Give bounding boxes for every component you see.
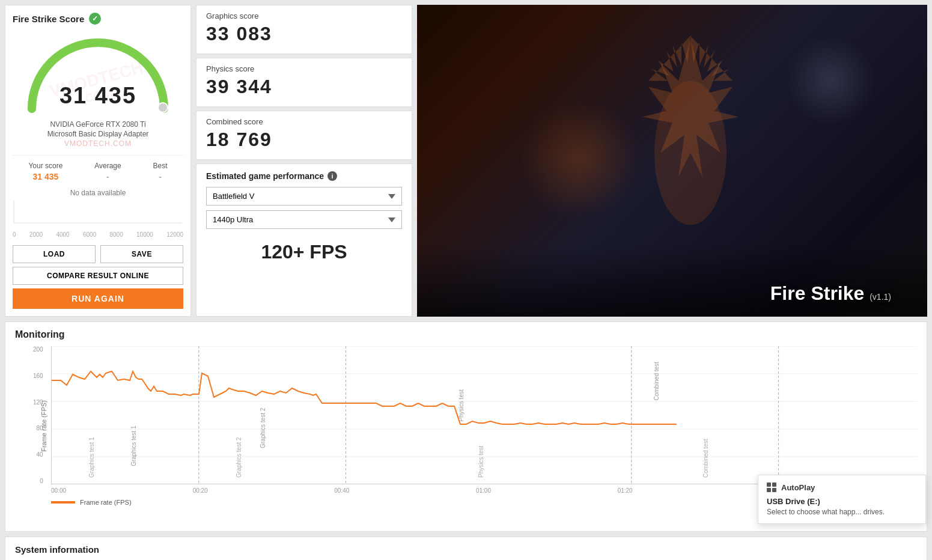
game-perf-title: Estimated game performance <box>206 171 324 181</box>
section-label-1: Graphics test 1 <box>88 437 95 478</box>
monitoring-title: Monitoring <box>15 329 917 340</box>
load-button[interactable]: LOAD <box>13 245 96 263</box>
score-comparison: Your score 31 435 Average - Best - <box>13 155 183 181</box>
graphics-score-label: Graphics score <box>206 11 402 20</box>
check-icon: ✓ <box>89 13 101 25</box>
average-score-value: - <box>106 172 109 181</box>
best-score-label: Best <box>153 162 168 170</box>
gauge-score: 31 435 <box>59 83 136 109</box>
your-score-col: Your score 31 435 <box>28 162 62 181</box>
your-score-label: Your score <box>28 162 62 170</box>
physics-score-label: Physics score <box>206 64 402 73</box>
vmodtech-watermark: VMODTECH.COM <box>64 139 132 148</box>
mini-chart <box>13 200 183 230</box>
autoplay-popup: AutoPlay USB Drive (E:) Select to choose… <box>758 475 926 524</box>
gauge-container: VMODTECH .COM 31 435 <box>20 31 176 115</box>
autoplay-title: AutoPlay <box>781 483 815 492</box>
game-performance-box: Estimated game performance i Battlefield… <box>196 163 412 317</box>
section-label-2: Graphics test 2 <box>236 437 242 478</box>
svg-text:Graphics test 1: Graphics test 1 <box>130 425 137 466</box>
game-dropdown[interactable]: Battlefield V Call of Duty: Warzone Fort… <box>206 187 402 205</box>
game-perf-header: Estimated game performance i <box>206 171 402 181</box>
right-panel: Fire Strike (v1.1) <box>417 5 927 317</box>
resolution-dropdown[interactable]: 1440p Ultra 1080p Ultra 1440p High 1080p… <box>206 210 402 229</box>
chart-svg: Graphics test 1 Graphics test 2 Physics … <box>52 346 917 484</box>
fire-strike-image: Fire Strike (v1.1) <box>417 5 927 317</box>
left-panel: Fire Strike Score ✓ VMODTECH .COM 31 435 <box>5 5 191 317</box>
info-icon[interactable]: i <box>327 171 337 181</box>
svg-text:Combined test: Combined test <box>653 362 660 401</box>
system-info-section: System information GPU #1 NVIDIA GeForce… <box>5 537 927 560</box>
combined-score-box: Combined score 18 769 <box>196 111 412 160</box>
autoplay-usb-desc: Select to choose what happ... drives. <box>767 508 917 516</box>
combined-score-label: Combined score <box>206 117 402 126</box>
chart-area: Graphics test 1 Graphics test 2 Physics … <box>51 346 917 484</box>
combined-score-value: 18 769 <box>206 129 402 151</box>
fps-display: 120+ FPS <box>206 241 402 263</box>
average-score-label: Average <box>94 162 121 170</box>
best-score-col: Best - <box>153 162 168 181</box>
panel-title: Fire Strike Score ✓ <box>13 13 101 25</box>
panel-title-text: Fire Strike Score <box>13 14 84 24</box>
graphics-score-value: 33 083 <box>206 23 402 45</box>
no-data-section: No data available 0 2000 4000 6000 8000 … <box>13 189 183 238</box>
autoplay-icon <box>767 482 776 492</box>
graphics-score-box: Graphics score 33 083 <box>196 5 412 54</box>
legend-label-fps: Frame rate (FPS) <box>80 499 132 506</box>
autoplay-usb-title[interactable]: USB Drive (E:) <box>767 497 917 506</box>
save-button[interactable]: SAVE <box>100 245 183 263</box>
moon-glow <box>786 36 876 126</box>
no-data-label: No data available <box>13 189 183 197</box>
section-label-4: Combined test <box>702 439 709 478</box>
compare-button[interactable]: COMPARE RESULT ONLINE <box>13 267 183 285</box>
banner-title-container: Fire Strike (v1.1) <box>752 282 909 305</box>
top-section: Fire Strike Score ✓ VMODTECH .COM 31 435 <box>0 0 932 321</box>
main-score: 31 435 <box>59 83 136 108</box>
gpu-label: NVIDIA GeForce RTX 2080 Ti <box>50 120 145 129</box>
svg-point-0 <box>158 103 168 112</box>
system-info-title: System information <box>15 544 917 555</box>
average-score-col: Average - <box>94 162 121 181</box>
banner-version: (v1.1) <box>870 292 891 302</box>
physics-score-box: Physics score 39 344 <box>196 58 412 107</box>
middle-panel: Graphics score 33 083 Physics score 39 3… <box>196 5 412 317</box>
glow-effect <box>519 99 639 219</box>
run-again-button[interactable]: RUN AGAIN <box>13 288 183 309</box>
section-label-3: Physics test <box>478 446 484 478</box>
best-score-value: - <box>159 172 162 181</box>
banner-title: Fire Strike (v1.1) <box>752 270 909 316</box>
svg-text:Graphics test 2: Graphics test 2 <box>260 407 266 448</box>
your-score-value: 31 435 <box>32 172 58 181</box>
btn-row: LOAD SAVE <box>13 245 183 263</box>
autoplay-header: AutoPlay <box>767 482 917 492</box>
svg-text:Physics test: Physics test <box>458 389 464 422</box>
y-ticks: 200 160 120 80 40 0 <box>33 346 43 484</box>
legend-color-fps <box>51 501 75 504</box>
mini-chart-axis: 0 2000 4000 6000 8000 10000 12000 <box>13 231 183 238</box>
physics-score-value: 39 344 <box>206 76 402 98</box>
adapter-label: Microsoft Basic Display Adapter <box>47 130 149 138</box>
